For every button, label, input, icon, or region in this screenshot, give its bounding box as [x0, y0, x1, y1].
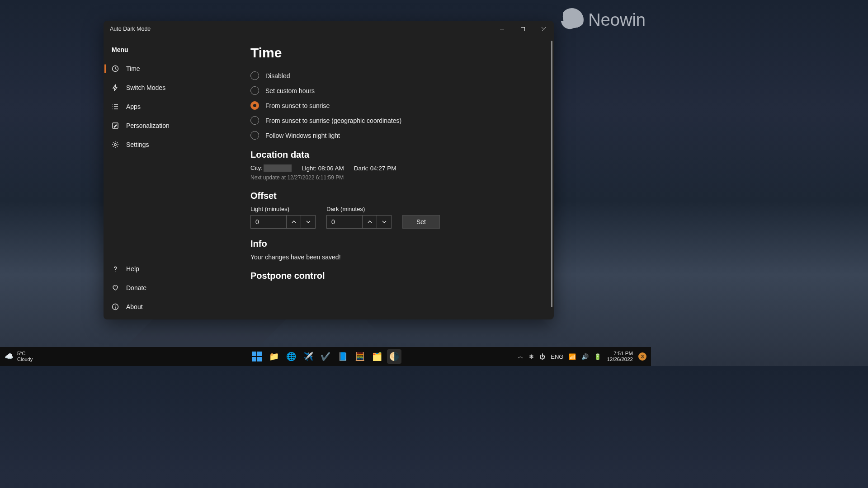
radio-label: From sunset to sunrise (geographic coord…: [265, 117, 401, 124]
scrollbar[interactable]: [551, 41, 552, 307]
sidebar-item-donate[interactable]: Donate: [104, 279, 250, 297]
heart-icon: [112, 284, 119, 291]
taskbar: ☁️ 5°C Cloudy 📁 🌐 ✈️ ✔️ 📘 🧮 🗂️ 🌗 ︿ ❄ ⏻ E…: [0, 347, 651, 366]
sidebar-item-label: About: [126, 303, 143, 310]
sidebar-footer: Help Donate About: [104, 260, 250, 316]
offset-light-up[interactable]: [287, 215, 301, 229]
radio-disabled[interactable]: Disabled: [250, 71, 536, 80]
taskbar-weather[interactable]: ☁️ 5°C Cloudy: [5, 351, 33, 362]
taskbar-autodarkmode[interactable]: 🌗: [387, 349, 401, 364]
offset-row: Light (minutes) Dark (minutes): [250, 206, 536, 229]
radio-dot-icon: [250, 71, 259, 80]
taskbar-right: ︿ ❄ ⏻ ENG 📶 🔊 🔋 7:51 PM 12/26/2022 3: [518, 351, 646, 362]
time-mode-radio-group: Disabled Set custom hours From sunset to…: [250, 71, 536, 140]
offset-dark-down[interactable]: [377, 215, 392, 229]
sidebar-item-label: Help: [126, 265, 139, 272]
offset-dark-label: Dark (minutes): [326, 206, 392, 212]
clock-icon: [112, 65, 119, 72]
sidebar-item-time[interactable]: Time: [104, 60, 250, 78]
sidebar-item-label: Switch Modes: [126, 84, 165, 91]
weather-temp: 5°C: [17, 351, 33, 357]
offset-light-input[interactable]: [250, 215, 287, 229]
taskbar-files[interactable]: 🗂️: [370, 349, 384, 364]
start-button[interactable]: [250, 349, 264, 364]
minimize-button[interactable]: [491, 21, 512, 37]
list-icon: [112, 103, 119, 110]
sidebar-item-label: Time: [126, 65, 140, 72]
taskbar-center: 📁 🌐 ✈️ ✔️ 📘 🧮 🗂️ 🌗: [250, 349, 401, 364]
radio-label: Follow Windows night light: [265, 132, 340, 139]
taskbar-calculator[interactable]: 🧮: [353, 349, 367, 364]
radio-sunset-sunrise[interactable]: From sunset to sunrise: [250, 101, 536, 110]
tray-snowflake-icon[interactable]: ❄: [529, 353, 534, 360]
sidebar-item-label: Settings: [126, 141, 149, 148]
svg-point-6: [114, 144, 116, 145]
sidebar: Menu Time Switch Modes: [104, 37, 250, 319]
taskbar-explorer[interactable]: 📁: [267, 349, 281, 364]
sidebar-item-switch-modes[interactable]: Switch Modes: [104, 79, 250, 97]
sidebar-item-apps[interactable]: Apps: [104, 98, 250, 116]
tray-volume-icon[interactable]: 🔊: [581, 353, 589, 360]
tray-battery-icon[interactable]: 🔋: [594, 353, 601, 360]
offset-dark-input[interactable]: [326, 215, 363, 229]
postpone-heading: Postpone control: [250, 271, 536, 281]
radio-dot-icon: [250, 131, 259, 140]
taskbar-clock[interactable]: 7:51 PM 12/26/2022: [607, 351, 633, 362]
taskbar-edge[interactable]: 🌐: [284, 349, 298, 364]
neowin-logo-icon: [560, 8, 584, 32]
location-heading: Location data: [250, 150, 536, 160]
radio-dot-icon: [250, 101, 259, 110]
app-window: Auto Dark Mode Menu Time: [104, 21, 554, 319]
sidebar-item-personalization[interactable]: Personalization: [104, 117, 250, 135]
info-heading: Info: [250, 239, 536, 249]
offset-light-down[interactable]: [301, 215, 316, 229]
tray-wifi-icon[interactable]: 📶: [569, 353, 576, 360]
windows-icon: [252, 352, 262, 361]
sidebar-item-about[interactable]: About: [104, 298, 250, 316]
edit-icon: [112, 122, 119, 129]
gear-icon: [112, 141, 119, 148]
content-scroll[interactable]: Time Disabled Set custom hours From suns…: [250, 37, 554, 319]
offset-light-label: Light (minutes): [250, 206, 316, 212]
offset-heading: Offset: [250, 191, 536, 201]
neowin-text: Neowin: [588, 10, 646, 30]
titlebar[interactable]: Auto Dark Mode: [104, 21, 554, 37]
close-button[interactable]: [533, 21, 554, 37]
info-icon: [112, 303, 119, 310]
chevron-down-icon: [306, 220, 311, 224]
offset-set-button[interactable]: Set: [402, 215, 440, 229]
content-pane: Time Disabled Set custom hours From suns…: [250, 37, 554, 319]
sidebar-item-label: Personalization: [126, 122, 170, 129]
chevron-up-icon: [368, 220, 372, 224]
sidebar-item-label: Donate: [126, 284, 146, 291]
dark-time: Dark: 04:27 PM: [354, 165, 396, 172]
sidebar-item-settings[interactable]: Settings: [104, 136, 250, 154]
location-row: City: Light: 08:06 AM Dark: 04:27 PM: [250, 164, 536, 172]
radio-dot-icon: [250, 116, 259, 125]
taskbar-date: 12/26/2022: [607, 357, 633, 362]
taskbar-word[interactable]: 📘: [335, 349, 350, 364]
tray-overflow[interactable]: ︿: [518, 352, 524, 361]
radio-night-light[interactable]: Follow Windows night light: [250, 131, 536, 140]
maximize-button[interactable]: [512, 21, 533, 37]
city-label: City:: [250, 164, 292, 172]
svg-rect-1: [521, 27, 524, 31]
taskbar-notification-badge[interactable]: 3: [638, 352, 646, 361]
radio-label: Disabled: [265, 72, 290, 80]
sidebar-nav: Time Switch Modes Apps: [104, 60, 250, 154]
sidebar-heading: Menu: [104, 41, 250, 60]
radio-dot-icon: [250, 86, 259, 95]
window-controls: [491, 21, 554, 37]
taskbar-telegram[interactable]: ✈️: [301, 349, 316, 364]
offset-dark-up[interactable]: [363, 215, 377, 229]
tray-power-icon[interactable]: ⏻: [539, 353, 545, 360]
taskbar-time: 7:51 PM: [607, 351, 633, 357]
weather-cond: Cloudy: [17, 357, 33, 362]
tray-language[interactable]: ENG: [551, 353, 563, 360]
radio-custom-hours[interactable]: Set custom hours: [250, 86, 536, 95]
radio-sunset-geo[interactable]: From sunset to sunrise (geographic coord…: [250, 116, 536, 125]
sidebar-item-help[interactable]: Help: [104, 260, 250, 278]
neowin-watermark: Neowin: [560, 8, 646, 32]
light-time: Light: 08:06 AM: [302, 165, 344, 172]
taskbar-todo[interactable]: ✔️: [318, 349, 333, 364]
